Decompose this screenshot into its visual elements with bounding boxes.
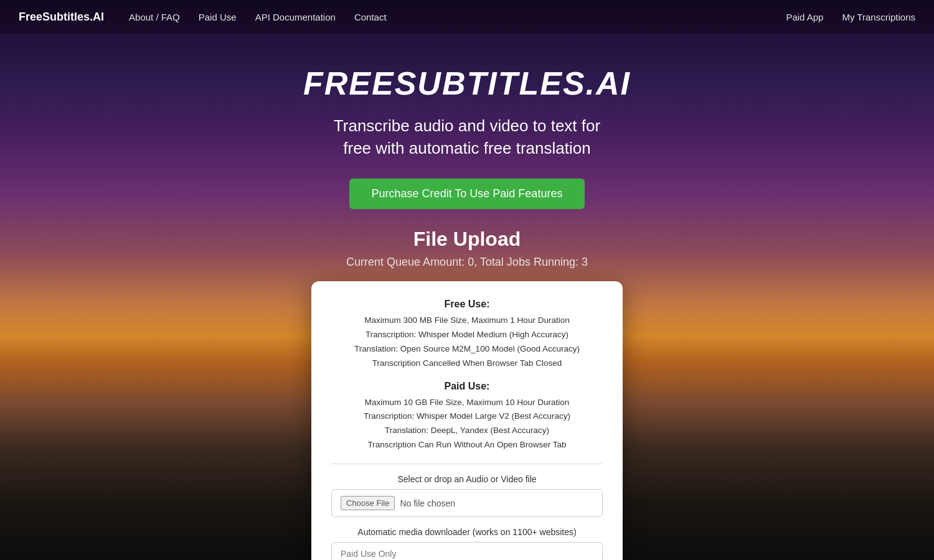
paid-use-detail-0: Maximum 10 GB File Size, Maximum 10 Hour… (331, 396, 603, 410)
purchase-credit-button[interactable]: Purchase Credit To Use Paid Features (349, 179, 585, 209)
nav-link-api[interactable]: API Documentation (255, 12, 336, 22)
paid-use-detail-2: Translation: DeepL, Yandex (Best Accurac… (331, 424, 603, 438)
nav-brand[interactable]: FreeSubtitles.AI (19, 11, 104, 24)
nav-link-paid-app[interactable]: Paid App (786, 12, 823, 22)
hero-content: FREESUBTITLES.AI Transcribe audio and vi… (0, 34, 934, 560)
free-use-label: Free Use: (331, 299, 603, 310)
downloader-input[interactable] (331, 542, 603, 560)
free-use-section: Free Use: Maximum 300 MB File Size, Maxi… (331, 299, 603, 371)
upload-card: Free Use: Maximum 300 MB File Size, Maxi… (311, 281, 623, 560)
queue-info: Current Queue Amount: 0, Total Jobs Runn… (0, 256, 934, 269)
hero-subtitle: Transcribe audio and video to text for f… (0, 114, 934, 160)
nav-link-about[interactable]: About / FAQ (129, 12, 180, 22)
file-upload-title: File Upload (0, 228, 934, 251)
paid-use-label: Paid Use: (331, 381, 603, 392)
hero-title: FREESUBTITLES.AI (0, 65, 934, 102)
file-input-wrapper[interactable]: Choose File No file chosen (331, 489, 603, 517)
downloader-label: Automatic media downloader (works on 110… (331, 527, 603, 537)
free-use-detail-1: Transcription: Whisper Model Medium (Hig… (331, 328, 603, 342)
nav-link-paid-use[interactable]: Paid Use (199, 12, 237, 22)
hero-subtitle-line2: free with automatic free translation (343, 139, 590, 157)
nav-link-my-transcriptions[interactable]: My Transcriptions (842, 12, 915, 22)
choose-file-button[interactable]: Choose File (341, 496, 395, 510)
free-use-detail-2: Translation: Open Source M2M_100 Model (… (331, 342, 603, 357)
free-use-detail-3: Transcription Cancelled When Browser Tab… (331, 357, 603, 371)
card-divider (331, 464, 603, 464)
nav-right: Paid App My Transcriptions (786, 12, 915, 22)
paid-use-detail-1: Transcription: Whisper Model Large V2 (B… (331, 409, 603, 424)
free-use-detail-0: Maximum 300 MB File Size, Maximum 1 Hour… (331, 314, 603, 328)
paid-use-detail-3: Transcription Can Run Without An Open Br… (331, 438, 603, 452)
navbar: FreeSubtitles.AI About / FAQ Paid Use AP… (0, 0, 934, 34)
nav-link-contact[interactable]: Contact (354, 12, 387, 22)
nav-links: About / FAQ Paid Use API Documentation C… (129, 12, 786, 22)
hero-subtitle-line1: Transcribe audio and video to text for (334, 116, 600, 135)
file-chosen-text: No file chosen (400, 498, 455, 508)
paid-use-section: Paid Use: Maximum 10 GB File Size, Maxim… (331, 381, 603, 453)
file-field-label: Select or drop an Audio or Video file (331, 474, 603, 484)
